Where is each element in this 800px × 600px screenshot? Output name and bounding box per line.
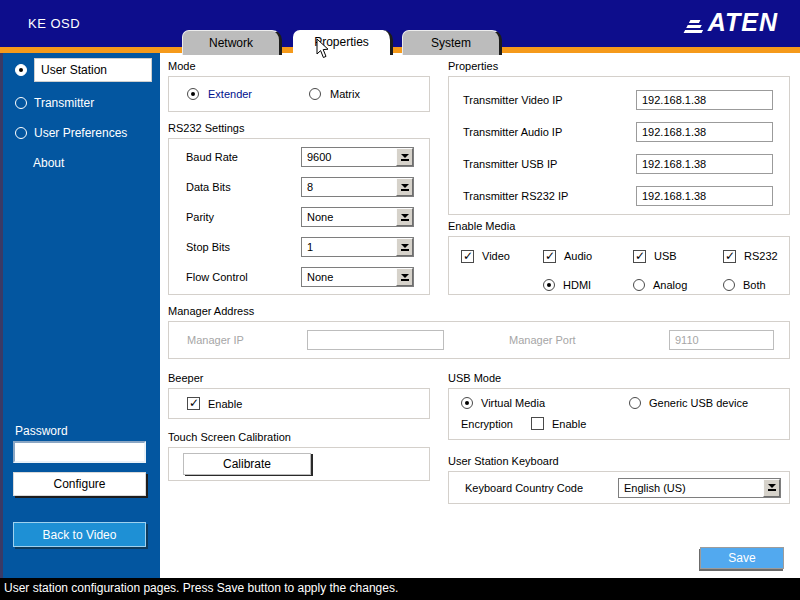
- transmitter-usb-ip-row: Transmitter USB IP 192.168.1.38: [449, 148, 789, 180]
- beeper-enable-label: Enable: [208, 398, 242, 410]
- mode-section: Extender Matrix: [168, 76, 430, 112]
- transmitter-usb-ip-label: Transmitter USB IP: [463, 158, 636, 170]
- transmitter-video-ip-input[interactable]: 192.168.1.38: [636, 90, 773, 110]
- usb-mode-section-title: USB Mode: [448, 372, 501, 384]
- media-rs232-label: RS232: [744, 250, 778, 262]
- media-video-checkbox[interactable]: Video: [461, 246, 543, 266]
- dropdown-arrow-icon[interactable]: [396, 148, 413, 166]
- radio-icon: [15, 127, 27, 139]
- mode-option-matrix[interactable]: Matrix: [309, 88, 360, 100]
- data-bits-row: Data Bits 8: [169, 172, 429, 202]
- calibrate-button[interactable]: Calibrate: [183, 453, 311, 475]
- mode-option-extender[interactable]: Extender: [187, 88, 309, 100]
- checkbox-icon: [187, 397, 200, 410]
- virtual-media-label: Virtual Media: [481, 397, 545, 409]
- sidebar-item-user-preferences[interactable]: User Preferences: [3, 123, 160, 143]
- mode-option-label: Matrix: [330, 88, 360, 100]
- transmitter-rs232-ip-label: Transmitter RS232 IP: [463, 190, 636, 202]
- touch-section-title: Touch Screen Calibration: [168, 431, 291, 443]
- virtual-media-radio[interactable]: Virtual Media: [461, 397, 545, 409]
- media-usb-checkbox[interactable]: USB: [633, 246, 723, 266]
- transmitter-video-ip-row: Transmitter Video IP 192.168.1.38: [449, 84, 789, 116]
- tab-network-label: Network: [209, 36, 253, 50]
- radio-icon: [723, 279, 735, 291]
- manager-port-input: 9110: [669, 330, 774, 350]
- baud-rate-value: 9600: [302, 151, 396, 163]
- dropdown-arrow-icon[interactable]: [396, 208, 413, 226]
- baud-rate-select[interactable]: 9600: [301, 147, 414, 167]
- stop-bits-select[interactable]: 1: [301, 237, 414, 257]
- flow-control-select[interactable]: None: [301, 267, 414, 287]
- radio-icon: [187, 88, 199, 100]
- radio-icon: [15, 64, 27, 76]
- dropdown-arrow-icon[interactable]: [396, 178, 413, 196]
- radio-icon: [461, 397, 473, 409]
- tab-network[interactable]: Network: [182, 30, 282, 55]
- media-hdmi-radio[interactable]: HDMI: [543, 275, 633, 294]
- media-spacer: [461, 275, 543, 294]
- checkbox-icon: [633, 250, 646, 263]
- media-audio-checkbox[interactable]: Audio: [543, 246, 633, 266]
- keyboard-country-code-label: Keyboard Country Code: [465, 482, 618, 494]
- transmitter-rs232-ip-row: Transmitter RS232 IP 192.168.1.38: [449, 180, 789, 212]
- media-analog-label: Analog: [653, 279, 687, 291]
- flow-control-value: None: [302, 271, 396, 283]
- app-title: KE OSD: [28, 16, 80, 31]
- tab-properties[interactable]: Properties: [293, 30, 393, 55]
- transmitter-video-ip-label: Transmitter Video IP: [463, 94, 636, 106]
- sidebar-item-about[interactable]: About: [3, 153, 160, 173]
- properties-section: Transmitter Video IP 192.168.1.38 Transm…: [448, 76, 790, 215]
- baud-rate-row: Baud Rate 9600: [169, 142, 429, 172]
- transmitter-usb-ip-input[interactable]: 192.168.1.38: [636, 154, 773, 174]
- manager-section-title: Manager Address: [168, 305, 254, 317]
- transmitter-audio-ip-input[interactable]: 192.168.1.38: [636, 122, 773, 142]
- media-rs232-checkbox[interactable]: RS232: [723, 246, 789, 266]
- status-bar: User station configuration pages. Press …: [0, 578, 800, 600]
- aten-logo-text: ATEN: [708, 8, 778, 37]
- parity-select[interactable]: None: [301, 207, 414, 227]
- enable-media-section: Video Audio USB RS232 HDMI Analog Both: [448, 236, 790, 295]
- radio-icon: [629, 397, 641, 409]
- usb-mode-row: Virtual Media Generic USB device: [461, 397, 789, 409]
- aten-logo-stripes: [683, 20, 708, 33]
- beeper-section: Enable: [168, 388, 430, 419]
- radio-icon: [633, 279, 645, 291]
- enable-media-section-title: Enable Media: [448, 220, 515, 232]
- back-to-video-button[interactable]: Back to Video: [13, 522, 146, 547]
- tab-system[interactable]: System: [402, 30, 502, 55]
- stop-bits-row: Stop Bits 1: [169, 232, 429, 262]
- stop-bits-label: Stop Bits: [186, 241, 301, 253]
- data-bits-label: Data Bits: [186, 181, 301, 193]
- rs232-section: Baud Rate 9600 Data Bits 8 Parity None S…: [168, 138, 430, 295]
- media-hdmi-label: HDMI: [563, 279, 591, 291]
- sidebar-item-label: User Station: [34, 58, 152, 82]
- data-bits-select[interactable]: 8: [301, 177, 414, 197]
- media-video-label: Video: [482, 250, 510, 262]
- manager-section: Manager IP Manager Port 9110: [168, 321, 790, 359]
- flow-control-row: Flow Control None: [169, 262, 429, 292]
- properties-section-title: Properties: [448, 60, 498, 72]
- password-input[interactable]: [13, 441, 146, 463]
- generic-usb-label: Generic USB device: [649, 397, 748, 409]
- dropdown-arrow-icon[interactable]: [396, 238, 413, 256]
- generic-usb-radio[interactable]: Generic USB device: [629, 397, 748, 409]
- radio-icon: [309, 88, 321, 100]
- sidebar-item-label: Transmitter: [34, 96, 94, 110]
- dropdown-arrow-icon[interactable]: [396, 268, 413, 286]
- transmitter-rs232-ip-input[interactable]: 192.168.1.38: [636, 186, 773, 206]
- media-analog-radio[interactable]: Analog: [633, 275, 723, 294]
- save-button[interactable]: Save: [700, 547, 784, 569]
- media-both-radio[interactable]: Both: [723, 275, 789, 294]
- configure-button[interactable]: Configure: [13, 472, 146, 496]
- sidebar-item-user-station[interactable]: User Station: [3, 57, 160, 83]
- checkbox-icon: [461, 250, 474, 263]
- usb-mode-section: Virtual Media Generic USB device Encrypt…: [448, 388, 790, 440]
- flow-control-label: Flow Control: [186, 271, 301, 283]
- keyboard-country-code-select[interactable]: English (US): [618, 478, 781, 498]
- dropdown-arrow-icon[interactable]: [763, 479, 780, 497]
- media-usb-label: USB: [654, 250, 677, 262]
- encryption-enable-checkbox[interactable]: Enable: [531, 417, 586, 430]
- beeper-enable-option[interactable]: Enable: [187, 397, 242, 410]
- touch-section: Calibrate: [168, 447, 430, 481]
- sidebar-item-transmitter[interactable]: Transmitter: [3, 93, 160, 113]
